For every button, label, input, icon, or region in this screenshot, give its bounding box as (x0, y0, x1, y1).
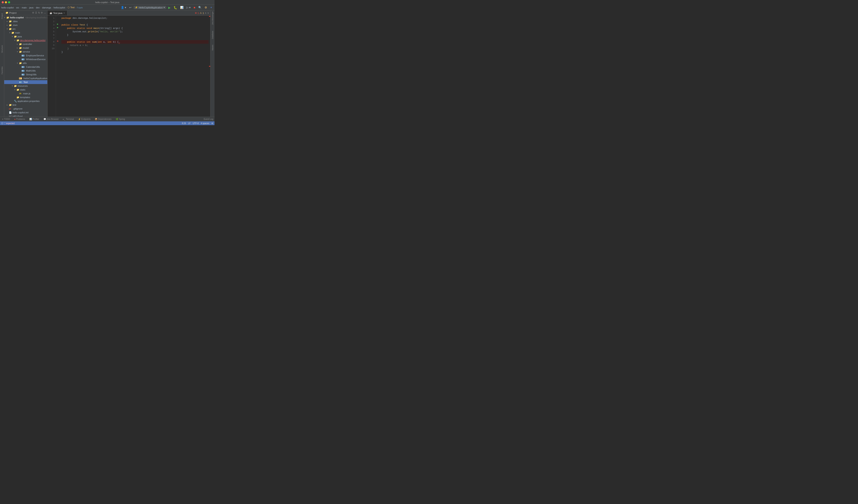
tree-item-java[interactable]: ▾ 📁 java (4, 35, 47, 38)
search-everywhere-button[interactable]: 🔍 (197, 5, 203, 10)
tree-item-src[interactable]: ▾ 📁 src (4, 27, 47, 31)
settings-button[interactable]: ⚙ (204, 5, 208, 10)
tree-item-resources[interactable]: ▾ 📁 resources (4, 84, 47, 88)
tab-problems[interactable]: ● Problems (14, 117, 26, 121)
breadcrumb: hello-copilot › src › main › java › dev … (1, 6, 83, 9)
minimize-button[interactable] (5, 1, 7, 3)
tab-jms-browser[interactable]: 💬 Jms Browser (43, 117, 60, 121)
folder-icon: 📁 (9, 28, 12, 30)
settings-status-icon[interactable]: ⚙ (211, 122, 213, 125)
folder-icon: 📁 (14, 85, 17, 87)
tab-dependencies[interactable]: 📦 Dependencies (94, 117, 112, 121)
tab-terminal[interactable]: ▸_ Terminal (62, 117, 75, 121)
breadcrumb-java[interactable]: java (29, 6, 33, 9)
vcs-button[interactable]: 👤 ▾ (120, 5, 127, 10)
panel-title: Project (9, 12, 31, 14)
jms-messenger-label[interactable]: Jms Messenger (211, 11, 214, 25)
run-gutter-class[interactable]: ▶ (57, 23, 59, 25)
tree-item-package[interactable]: ▾ 📁 dev.danvega.hellocopilot (4, 38, 47, 42)
breadcrumb-danvega[interactable]: danvega (42, 6, 51, 9)
breadcrumb-hellocopilot[interactable]: hellocopilot (53, 6, 65, 9)
breadcrumb-src[interactable]: src (16, 6, 19, 9)
tab-spring[interactable]: 🌿 Spring (115, 117, 126, 121)
tab-todo[interactable]: ≡ TODO (1, 117, 11, 121)
tab-profiler[interactable]: 📊 Profiler (29, 117, 40, 121)
arrow-icon: ▸ (17, 47, 19, 49)
tree-item-service[interactable]: ▾ 📁 service (4, 50, 47, 54)
window-title: hello-copilot – Test.java (95, 1, 119, 4)
tree-item-math-utils[interactable]: C MathUtils (4, 69, 47, 72)
stop-button[interactable]: ■ (193, 5, 196, 10)
chevron-up-icon[interactable]: ∧ (205, 12, 206, 14)
run-button[interactable]: ▶ (168, 5, 172, 10)
breadcrumb-dev[interactable]: dev (36, 6, 40, 9)
settings-icon[interactable]: ⚙ (41, 11, 43, 14)
status-right: 8:26 LF UTF-8 4 spaces ⚙ (182, 122, 213, 125)
tree-item-calendar-utils[interactable]: C CalendarUtils (4, 65, 47, 69)
indent[interactable]: 4 spaces (201, 122, 209, 125)
more-run-button[interactable]: ▷ ▾ (186, 5, 192, 10)
project-panel: 📁 Project ⚙ ☰ ⇅ ⚙ — ▾ 📁 hello-copilot ~/… (4, 11, 48, 117)
breadcrumb-main[interactable]: main (22, 6, 27, 9)
error-stripe (209, 16, 210, 117)
close-button[interactable] (2, 1, 4, 3)
sort-icon[interactable]: ⇅ (38, 11, 40, 14)
arrow-icon: ▾ (4, 16, 6, 19)
close-panel-icon[interactable]: — (44, 12, 46, 14)
debug-button[interactable]: 🐛 (173, 5, 178, 10)
tree-item-main-js[interactable]: JS main.js (4, 92, 47, 95)
tree-item-application-properties[interactable]: 🔧 application.properties (4, 99, 47, 103)
tree-item-templates[interactable]: 📁 templates (4, 95, 47, 99)
folder-icon: 📁 (9, 24, 12, 27)
tab-test-java[interactable]: ☕ Test.java ✕ (48, 11, 67, 15)
run-gutter-main[interactable]: ▶ (57, 27, 59, 29)
favorites-strip-label[interactable]: Favorites (1, 66, 3, 74)
tree-item-hello-copilot-app[interactable]: C HelloCopilotApplication (4, 77, 47, 80)
tree-item-help-md[interactable]: MD HELP.md (4, 114, 47, 117)
breadcrumb-test-class[interactable]: ⬡ Test (67, 6, 75, 9)
folder-icon: 📁 (14, 35, 17, 38)
coverage-button[interactable]: 📊 (179, 5, 184, 10)
structure-strip-label[interactable]: Structure (1, 45, 3, 53)
tab-label: Test.java (53, 12, 62, 14)
tree-item-model[interactable]: ▸ 📁 model (4, 46, 47, 50)
tree-item-whiteboard-service[interactable]: C WhiteboardService (4, 58, 47, 61)
arrow-icon: ▸ (17, 43, 19, 45)
tree-item-hello-copilot[interactable]: ▾ 📁 hello-copilot ~/dev/spring-boot/hell… (4, 16, 47, 19)
maximize-button[interactable] (8, 1, 10, 3)
tab-endpoints[interactable]: ⚡ Endpoints (77, 117, 91, 121)
tree-item-utils[interactable]: ▾ 📁 utils (4, 61, 47, 65)
code-editor[interactable]: package dev.danvega.hellocopilot; public… (59, 16, 209, 117)
tree-item-iml[interactable]: 📄 hello-copilot.iml (4, 111, 47, 114)
tab-close-button[interactable]: ✕ (63, 12, 65, 14)
line-ending[interactable]: LF (188, 122, 191, 125)
tree-item-main[interactable]: ▾ 📁 main (4, 31, 47, 35)
breadcrumb-sum-method[interactable]: f sum (77, 6, 83, 9)
navigate-button[interactable]: ↩ (128, 5, 132, 10)
run-config[interactable]: ⚡ HelloCopilotApplication ▾ (134, 6, 166, 9)
tree-item-test-dir[interactable]: ▸ 📁 test (4, 103, 47, 107)
breadcrumb-project[interactable]: hello-copilot (1, 6, 14, 9)
maven-label[interactable]: Maven (211, 45, 214, 50)
tree-item-string-utils[interactable]: C StringUtils (4, 72, 47, 77)
chevron-down-icon[interactable]: ∨ (207, 12, 209, 14)
project-strip-label[interactable]: Project (1, 13, 3, 19)
folder-icon: 📁 (16, 39, 19, 42)
encoding[interactable]: UTF-8 (193, 122, 198, 125)
tree-item-static[interactable]: ▾ 📁 static (4, 88, 47, 92)
code-line-4: public static void main (String[] args) … (61, 27, 209, 30)
tree-item-mvn[interactable]: ▸ 📁 .mvn (4, 23, 47, 27)
copilot-button[interactable]: ✦ (209, 5, 213, 10)
database-label[interactable]: Database (211, 31, 214, 39)
event-log-label[interactable]: Event Log (204, 118, 213, 120)
tree-item-idea[interactable]: ▸ 📁 .idea (4, 19, 47, 23)
tree-item-test[interactable]: C Test (4, 80, 47, 84)
arrow-icon: ▾ (17, 51, 19, 53)
cog-icon[interactable]: ⚙ (32, 11, 34, 14)
cursor-position[interactable]: 8:26 (182, 122, 186, 125)
tree-item-employee-service[interactable]: C EmployeeService (4, 54, 47, 58)
tree-item-controller[interactable]: ▸ 📁 controller (4, 42, 47, 46)
tree-item-gitignore[interactable]: git .gitignore (4, 107, 47, 111)
class-icon: C (19, 81, 22, 83)
expand-icon[interactable]: ☰ (35, 11, 37, 14)
